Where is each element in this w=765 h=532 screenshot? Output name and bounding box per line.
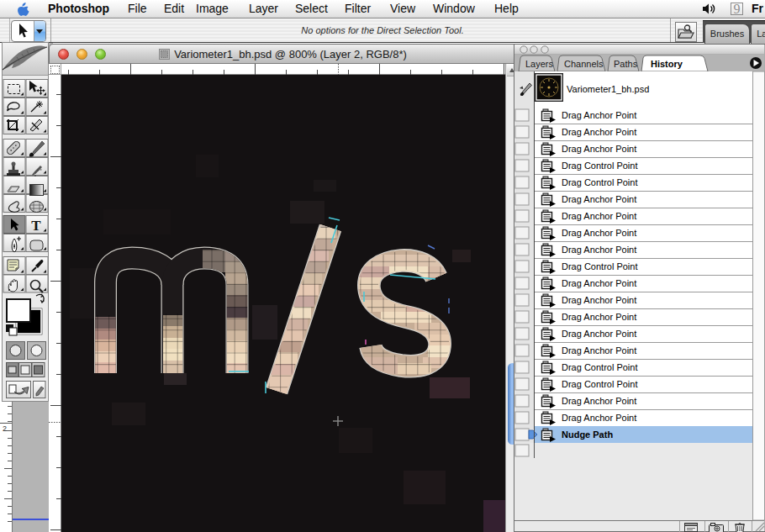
svg-text:Drag Control Point: Drag Control Point [562, 362, 638, 372]
svg-text:Drag Anchor Point: Drag Anchor Point [562, 278, 636, 288]
svg-text:Nudge Path: Nudge Path [562, 429, 613, 440]
svg-text:Drag Anchor Point: Drag Anchor Point [562, 228, 636, 238]
svg-text:Drag Anchor Point: Drag Anchor Point [562, 245, 636, 255]
svg-text:Drag Anchor Point: Drag Anchor Point [562, 211, 636, 221]
svg-text:Layers: Layers [525, 59, 554, 69]
svg-text:Drag Anchor Point: Drag Anchor Point [562, 194, 636, 204]
svg-text:Paths: Paths [614, 59, 638, 69]
svg-text:Drag Control Point: Drag Control Point [562, 177, 638, 187]
svg-text:Drag Anchor Point: Drag Anchor Point [562, 127, 636, 137]
svg-text:9: 9 [734, 2, 741, 16]
svg-text:Channels: Channels [564, 59, 604, 69]
svg-text:Drag Anchor Point: Drag Anchor Point [562, 144, 636, 154]
svg-text:History: History [651, 59, 683, 69]
svg-text:Drag Anchor Point: Drag Anchor Point [562, 295, 636, 305]
svg-text:Drag Anchor Point: Drag Anchor Point [562, 110, 636, 120]
svg-text:Variometer1_bh.psd: Variometer1_bh.psd [567, 84, 649, 94]
svg-text:Drag Anchor Point: Drag Anchor Point [562, 396, 636, 406]
svg-text:Drag Anchor Point: Drag Anchor Point [562, 413, 636, 423]
svg-text:Drag Anchor Point: Drag Anchor Point [562, 329, 636, 339]
svg-text:T: T [31, 218, 41, 234]
svg-text:Drag Control Point: Drag Control Point [562, 261, 638, 271]
svg-text:Drag Anchor Point: Drag Anchor Point [562, 312, 636, 322]
svg-text:Drag Anchor Point: Drag Anchor Point [562, 345, 636, 356]
svg-text:Drag Control Point: Drag Control Point [562, 161, 638, 171]
svg-text:Drag Control Point: Drag Control Point [562, 379, 638, 389]
svg-text:2: 2 [3, 424, 7, 433]
